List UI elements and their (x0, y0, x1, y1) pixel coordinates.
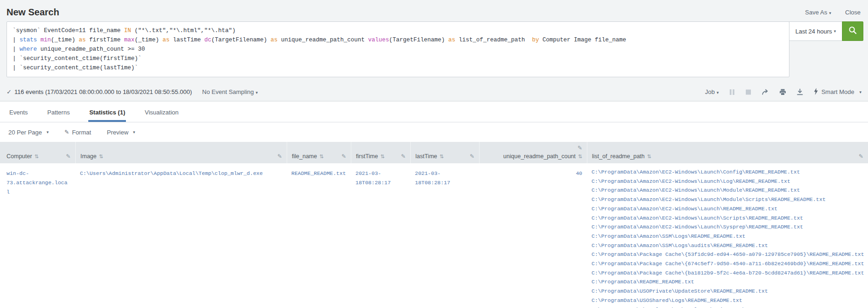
statistics-table: Computer⇅✎Image⇅✎file_name⇅✎firstTime⇅✎l… (0, 142, 868, 308)
path-value[interactable]: C:\ProgramData\USOPrivate\UpdateStore\RE… (592, 287, 863, 296)
path-value[interactable]: C:\ProgramData\USOShared\Logs\README_REA… (592, 296, 863, 305)
export-icon[interactable] (796, 88, 803, 95)
path-value[interactable]: C:\ProgramData\Amazon\EC2-Windows\Launch… (592, 222, 863, 232)
column-label: unique_readme_path_count (503, 153, 576, 160)
column-label: firstTime (356, 153, 378, 160)
chevron-down-icon: ▾ (717, 90, 719, 95)
job-status-bar: ✓116 events (17/03/2021 08:00:00.000 to … (0, 83, 868, 101)
sort-icon[interactable]: ⇅ (440, 154, 444, 160)
chevron-down-icon: ▾ (859, 90, 861, 94)
sort-icon[interactable]: ⇅ (99, 154, 103, 160)
edit-column-icon[interactable]: ✎ (578, 145, 582, 151)
results-tabs: EventsPatternsStatistics (1)Visualizatio… (0, 101, 868, 122)
column-header-firstTime[interactable]: firstTime⇅✎ (351, 142, 410, 163)
preview-dropdown[interactable]: Preview▾ (107, 129, 135, 136)
share-icon[interactable] (762, 89, 769, 95)
path-value[interactable]: C:\ProgramData\README_README.txt (592, 277, 863, 287)
table-body: win-dc-73.attackrange.local C:\Users\Adm… (0, 163, 868, 308)
cell-first-time[interactable]: 2021-03-18T08:28:17 (351, 163, 410, 187)
edit-column-icon[interactable]: ✎ (277, 153, 282, 160)
stop-icon[interactable] (745, 89, 751, 95)
path-value[interactable]: C:\ProgramData\Amazon\EC2-Windows\Launch… (592, 204, 863, 214)
bolt-icon (814, 88, 818, 96)
edit-column-icon[interactable]: ✎ (470, 153, 474, 160)
edit-column-icon[interactable]: ✎ (342, 153, 346, 160)
search-icon (848, 26, 857, 37)
table-header-row: Computer⇅✎Image⇅✎file_name⇅✎firstTime⇅✎l… (0, 142, 868, 163)
tab-visualization[interactable]: Visualization (144, 102, 179, 122)
column-label: file_name (292, 153, 317, 160)
job-menu[interactable]: Job▾ (705, 88, 719, 95)
search-query[interactable]: `sysmon` EventCode=11 file_name IN ("*\.… (7, 21, 789, 77)
column-header-image[interactable]: Image⇅✎ (75, 142, 287, 163)
column-label: lastTime (415, 153, 437, 160)
path-value[interactable]: C:\ProgramData\Amazon\EC2-Windows\Launch… (592, 167, 863, 177)
search-button[interactable] (842, 21, 863, 41)
column-header-file_name[interactable]: file_name⇅✎ (287, 142, 351, 163)
time-range-label: Last 24 hours (796, 28, 832, 35)
column-header-unique_readme_path_count[interactable]: unique_readme_path_count⇅✎ (479, 142, 587, 163)
time-range-picker[interactable]: Last 24 hours ▾ (789, 21, 842, 41)
events-count: ✓116 events (17/03/2021 08:00:00.000 to … (7, 88, 192, 95)
path-value[interactable]: C:\ProgramData\Package Cache\{674c5ef7-9… (592, 259, 863, 268)
column-label: Image (80, 153, 97, 160)
sort-icon[interactable]: ⇅ (647, 154, 651, 160)
format-button[interactable]: ✎Format (65, 129, 91, 136)
cell-file-name[interactable]: README_README.txt (287, 163, 351, 178)
column-header-computer[interactable]: Computer⇅✎ (0, 142, 75, 163)
column-header-list_of_readme_path[interactable]: list_of_readme_path⇅✎ (587, 142, 868, 163)
cell-computer[interactable]: win-dc-73.attackrange.local (0, 163, 75, 197)
path-value[interactable]: C:\ProgramData\Package Cache\{ba1812b9-5… (592, 268, 863, 278)
path-value[interactable]: C:\ProgramData\Amazon\EC2-Windows\Launch… (592, 195, 863, 204)
per-page-dropdown[interactable]: 20 Per Page▾ (8, 129, 49, 136)
path-value[interactable]: C:\ProgramData\Amazon\SSM\Logs\audits\RE… (592, 241, 863, 250)
path-value[interactable]: C:\ProgramData\Amazon\EC2-Windows\Launch… (592, 177, 863, 186)
results-controls: 20 Per Page▾ ✎Format Preview▾ (0, 122, 868, 142)
chevron-down-icon: ▾ (834, 29, 836, 33)
cell-unique-readme-path-count[interactable]: 40 (479, 163, 587, 178)
tab-events[interactable]: Events (8, 102, 29, 122)
sort-icon[interactable]: ⇅ (34, 154, 39, 160)
path-list: C:\ProgramData\Amazon\EC2-Windows\Launch… (587, 163, 868, 308)
pause-icon[interactable] (729, 89, 735, 95)
save-as-button[interactable]: Save As▾ (805, 9, 831, 16)
close-button[interactable]: Close (845, 9, 861, 16)
chevron-down-icon: ▾ (46, 130, 49, 134)
pencil-icon: ✎ (65, 129, 69, 135)
column-label: list_of_readme_path (592, 153, 644, 160)
edit-column-icon[interactable]: ✎ (66, 153, 71, 160)
path-value[interactable]: C:\ProgramData\chocolatey\.chocolatey\7z… (592, 305, 863, 308)
check-icon: ✓ (7, 88, 12, 95)
search-mode-selector[interactable]: Smart Mode▾ (814, 88, 861, 96)
sort-icon[interactable]: ⇅ (578, 154, 582, 160)
cell-image[interactable]: C:\Users\Administrator\AppData\Local\Tem… (75, 163, 287, 178)
path-value[interactable]: C:\ProgramData\Amazon\EC2-Windows\Launch… (592, 214, 863, 223)
column-header-lastTime[interactable]: lastTime⇅✎ (410, 142, 479, 163)
path-value[interactable]: C:\ProgramData\Amazon\SSM\Logs\README_RE… (592, 232, 863, 241)
page-title: New Search (7, 7, 59, 18)
path-value[interactable]: C:\ProgramData\Amazon\EC2-Windows\Launch… (592, 186, 863, 195)
chevron-down-icon: ▾ (829, 11, 831, 15)
cell-last-time[interactable]: 2021-03-18T08:28:17 (410, 163, 479, 187)
table-row: win-dc-73.attackrange.local C:\Users\Adm… (0, 163, 868, 308)
column-label: Computer (7, 153, 32, 160)
tab-patterns[interactable]: Patterns (46, 102, 71, 122)
chevron-down-icon: ▾ (256, 90, 258, 95)
sort-icon[interactable]: ⇅ (319, 154, 323, 160)
sort-icon[interactable]: ⇅ (380, 154, 384, 160)
path-value[interactable]: C:\ProgramData\Package Cache\{53f1dc9d-e… (592, 250, 863, 259)
edit-column-icon[interactable]: ✎ (401, 153, 406, 160)
event-sampling-dropdown[interactable]: No Event Sampling▾ (202, 88, 258, 95)
chevron-down-icon: ▾ (133, 130, 135, 134)
search-bar-row: `sysmon` EventCode=11 file_name IN ("*\.… (0, 20, 868, 83)
header-bar: New Search Save As▾ Close (0, 0, 868, 20)
tab-statistics[interactable]: Statistics (1) (88, 102, 126, 122)
search-header-section: New Search Save As▾ Close `sysmon` Event… (0, 0, 868, 101)
edit-column-icon[interactable]: ✎ (859, 153, 863, 160)
print-icon[interactable] (779, 89, 786, 95)
